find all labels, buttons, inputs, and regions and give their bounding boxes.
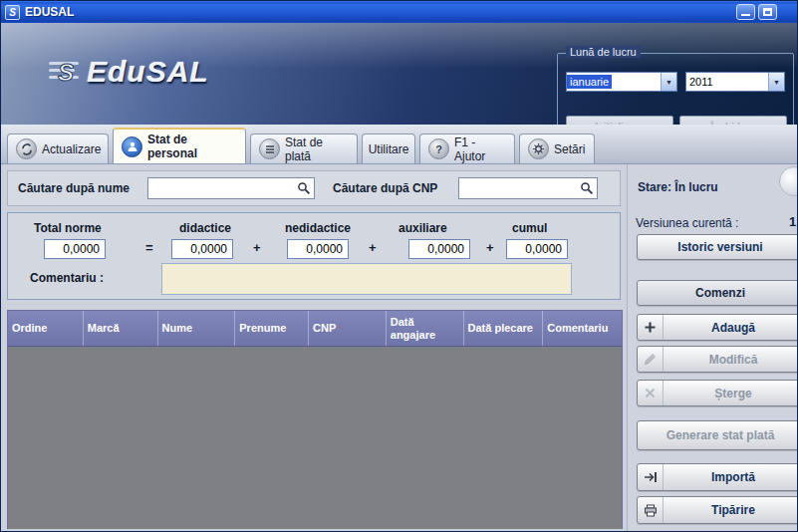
auxiliare-value[interactable] [408,239,470,259]
tab-stat-de-personal[interactable]: Stat de personal [113,128,246,163]
tab-ajutor[interactable]: ? F1 - Ajutor [419,133,515,163]
search-name-label: Căutare după nume [18,181,130,195]
app-window: S EDUSAL S EduSAL Lună de lucru ianuarie… [0,0,798,532]
generate-paystate-button[interactable]: Generare stat plată [637,420,798,450]
month-selected-value: ianuarie [567,75,612,89]
import-button[interactable]: Importă [637,463,798,491]
plus-operator: + [369,240,377,255]
plus-operator: + [253,240,261,255]
version-value: 1 [789,214,796,229]
search-icon[interactable] [294,181,314,195]
tab-label: Stat de personal [147,133,237,160]
didactice-value[interactable] [171,239,233,259]
modify-button[interactable]: Modifică [637,346,798,373]
svg-text:S: S [58,59,74,86]
tab-label: Utilitare [369,142,409,156]
comment-input[interactable] [161,263,572,295]
window-title: EDUSAL [25,5,74,19]
column-header-data-plecare[interactable]: Dată plecare [464,311,544,346]
total-norme-value[interactable] [44,239,106,259]
personnel-grid: Ordine Marcă Nume Prenume CNP Dată angaj… [7,310,623,529]
status-indicator [779,166,798,196]
x-icon [638,381,664,405]
total-norme-label: Total norme [34,221,102,235]
tab-actualizare[interactable]: Actualizare [7,133,109,163]
tab-label: Stat de plată [285,135,349,163]
column-header-nume[interactable]: Nume [158,311,236,346]
cumul-label: cumul [512,221,547,235]
button-label: Modifică [664,347,798,372]
column-header-comentariu[interactable]: Comentariu [543,311,622,346]
tab-label: F1 - Ajutor [454,135,506,163]
import-arrow-icon [638,464,664,490]
work-month-label: Lună de lucru [566,46,641,58]
grid-body-empty [8,347,622,529]
button-label: Importă [664,464,798,490]
tab-setari[interactable]: Setări [519,133,595,163]
title-bar: S EDUSAL [1,1,798,23]
column-header-data-angajare[interactable]: Dată angajare [387,311,464,346]
comment-label: Comentariu : [30,271,104,285]
tab-label: Actualizare [42,142,101,156]
cumul-value[interactable] [506,239,568,259]
command-panel: Stare: În lucru Versiunea curentă : 1 Is… [627,164,798,532]
sync-icon [16,138,37,159]
version-label: Versiunea curentă : [636,216,738,230]
column-header-marca[interactable]: Marcă [84,311,158,346]
commands-header-label: Comenzi [638,281,798,305]
button-label: Tipărire [664,497,798,523]
header-banner: S EduSAL Lună de lucru ianuarie ▼ 2011 ▼… [1,23,798,125]
column-header-ordine[interactable]: Ordine [8,311,84,346]
add-button[interactable]: Adaugă [637,314,798,341]
help-glyph: ? [435,143,442,155]
maximize-button[interactable] [758,4,777,20]
person-icon [122,136,142,157]
maximize-icon [763,8,772,16]
year-selected-value: 2011 [686,75,716,89]
chevron-down-icon[interactable]: ▼ [768,73,784,91]
equals-operator: = [145,240,153,255]
minimize-button[interactable] [736,4,755,20]
version-history-button[interactable]: Istoric versiuni [637,234,798,260]
column-header-prenume[interactable]: Prenume [235,311,309,346]
button-label: Istoric versiuni [638,235,798,259]
search-cnp-label: Căutare după CNP [333,181,437,195]
button-label: Adaugă [664,315,798,340]
list-icon [259,138,280,159]
logo-text: EduSAL [87,55,209,89]
pencil-icon [638,347,664,372]
tab-bar: Actualizare Stat de personal Stat de pla… [1,125,798,164]
button-label: Generare stat plată [638,421,798,449]
plus-operator: + [486,240,494,255]
tab-utilitare[interactable]: Utilitare [362,133,415,163]
nedidactice-value[interactable] [287,239,349,259]
month-select[interactable]: ianuarie ▼ [566,72,677,92]
app-logo: S EduSAL [49,55,209,89]
auxiliare-label: auxiliare [399,221,447,235]
search-name-field [147,177,315,199]
chevron-down-icon[interactable]: ▼ [661,73,676,91]
tab-stat-de-plata[interactable]: Stat de plată [250,133,358,163]
search-name-input[interactable] [148,179,294,197]
button-label: Șterge [664,381,798,405]
plus-icon [638,315,664,340]
year-select[interactable]: 2011 ▼ [685,72,785,92]
app-icon: S [5,5,20,20]
logo-emblem-icon: S [49,57,83,87]
delete-button[interactable]: Șterge [637,380,798,406]
totals-box: Total norme didactice nedidactice auxili… [7,212,621,300]
didactice-label: didactice [179,221,231,235]
search-icon[interactable] [577,181,597,195]
column-header-cnp[interactable]: CNP [309,311,387,346]
search-row: Căutare după nume Căutare după CNP [7,170,621,206]
minimize-icon [741,14,750,16]
gear-icon [528,138,549,159]
tab-label: Setări [554,142,585,156]
status-text: Stare: În lucru [638,180,718,194]
nedidactice-label: nedidactice [285,221,351,235]
printer-icon [638,497,664,523]
print-button[interactable]: Tipărire [637,496,798,524]
commands-header: Comenzi [637,280,798,306]
grid-header: Ordine Marcă Nume Prenume CNP Dată angaj… [8,311,622,347]
search-cnp-input[interactable] [459,179,577,197]
